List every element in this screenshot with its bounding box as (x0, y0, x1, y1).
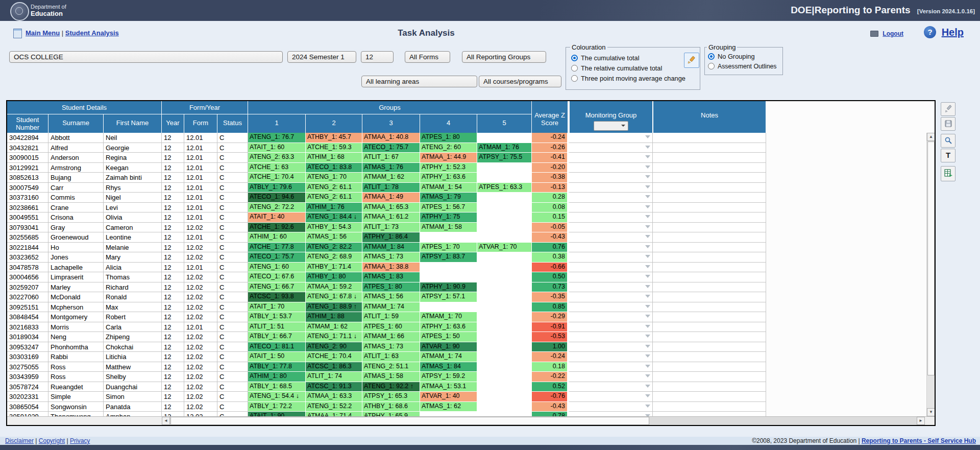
monitoring-group-select[interactable] (568, 153, 653, 163)
notes-cell[interactable] (653, 302, 766, 313)
notes-cell[interactable] (653, 212, 766, 223)
grouping-option-1[interactable]: Assessment Outlines (708, 62, 780, 71)
vertical-scrollbar[interactable]: ▲ ▼ (926, 133, 935, 416)
monitoring-group-select[interactable] (568, 282, 653, 293)
notes-cell[interactable] (653, 282, 766, 293)
main-menu-link[interactable]: Main Menu (26, 29, 60, 37)
help-link[interactable]: Help (942, 27, 964, 38)
monitoring-group-select[interactable] (568, 342, 653, 352)
notes-cell[interactable] (653, 392, 766, 402)
radio-icon[interactable] (571, 75, 578, 82)
col-header-average-z[interactable]: Average Z Score (532, 101, 568, 133)
col-header-notes[interactable]: Notes (653, 101, 766, 133)
monitoring-group-select[interactable] (568, 173, 653, 183)
disclaimer-link[interactable]: Disclaimer (5, 437, 34, 444)
colouration-option-2[interactable]: Three point moving average change (571, 74, 696, 83)
monitoring-group-select[interactable] (568, 402, 653, 412)
col-header-surname[interactable]: Surname (48, 114, 104, 133)
notes-cell[interactable] (653, 223, 766, 233)
notes-cell[interactable] (653, 372, 766, 382)
school-select[interactable]: OCS COLLEGE (9, 51, 283, 63)
scroll-up-arrow-icon[interactable]: ▲ (927, 133, 935, 141)
vertical-scroll-thumb[interactable] (927, 141, 935, 375)
notes-cell[interactable] (653, 133, 766, 143)
monitoring-group-select[interactable] (568, 332, 653, 342)
monitoring-group-select[interactable] (568, 133, 653, 143)
notes-cell[interactable] (653, 312, 766, 322)
logout-link[interactable]: Logout (883, 30, 903, 37)
privacy-link[interactable]: Privacy (70, 437, 90, 444)
monitoring-group-select[interactable] (568, 203, 653, 213)
monitoring-group-select[interactable] (568, 243, 653, 253)
monitoring-group-select[interactable] (568, 232, 653, 243)
notes-cell[interactable] (653, 173, 766, 183)
monitoring-group-filter-select[interactable] (594, 121, 628, 131)
colouration-option-0[interactable]: The cumulative total (571, 54, 696, 62)
monitoring-group-select[interactable] (568, 392, 653, 402)
radio-selected-icon[interactable] (708, 53, 715, 60)
notes-cell[interactable] (653, 263, 766, 273)
col-header-year[interactable]: Year (162, 114, 184, 133)
notes-cell[interactable] (653, 412, 766, 416)
notes-cell[interactable] (653, 143, 766, 153)
notes-cell[interactable] (653, 292, 766, 302)
col-header-group-1[interactable]: 1 (248, 114, 306, 133)
monitoring-group-select[interactable] (568, 212, 653, 223)
notes-cell[interactable] (653, 193, 766, 203)
notes-cell[interactable] (653, 382, 766, 392)
notes-cell[interactable] (653, 232, 766, 243)
notes-cell[interactable] (653, 272, 766, 282)
learning-areas-select[interactable]: All learning areas (361, 76, 477, 87)
monitoring-group-select[interactable] (568, 412, 653, 416)
col-header-group-4[interactable]: 4 (420, 114, 477, 133)
monitoring-group-select[interactable] (568, 223, 653, 233)
monitoring-group-select[interactable] (568, 292, 653, 302)
monitoring-group-select[interactable] (568, 272, 653, 282)
monitoring-group-select[interactable] (568, 252, 653, 263)
forms-select[interactable]: All Forms (405, 51, 450, 63)
notes-cell[interactable] (653, 332, 766, 342)
col-header-group-5[interactable]: 5 (477, 114, 532, 133)
col-header-first-name[interactable]: First Name (104, 114, 162, 133)
semester-select[interactable]: 2024 Semester 1 (287, 51, 356, 63)
scroll-right-arrow-icon[interactable]: ► (917, 417, 925, 425)
reporting-groups-select[interactable]: All Reporting Groups (462, 51, 546, 63)
radio-selected-icon[interactable] (571, 55, 578, 61)
notes-cell[interactable] (653, 163, 766, 173)
col-header-group-2[interactable]: 2 (306, 114, 362, 133)
courses-programs-select[interactable]: All courses/programs (479, 76, 561, 87)
monitoring-group-select[interactable] (568, 183, 653, 193)
save-button[interactable] (941, 117, 955, 131)
edit-colouration-button[interactable] (684, 53, 699, 68)
notes-cell[interactable] (653, 402, 766, 412)
monitoring-group-select[interactable] (568, 352, 653, 362)
notes-cell[interactable] (653, 362, 766, 372)
scroll-left-arrow-icon[interactable]: ◄ (162, 417, 170, 425)
notes-cell[interactable] (653, 252, 766, 263)
horizontal-scrollbar[interactable]: ◄ ► (7, 416, 935, 425)
col-header-group-3[interactable]: 3 (362, 114, 420, 133)
grouping-option-0[interactable]: No Grouping (708, 52, 780, 61)
notes-cell[interactable] (653, 322, 766, 333)
notes-cell[interactable] (653, 203, 766, 213)
text-tool-button[interactable]: T (941, 149, 955, 162)
question-circle-icon[interactable]: ? (924, 26, 936, 38)
monitoring-group-select[interactable] (568, 143, 653, 153)
monitoring-group-select[interactable] (568, 382, 653, 392)
radio-icon[interactable] (708, 63, 715, 69)
colouration-option-1[interactable]: The relative cumulative total (571, 64, 696, 73)
self-service-hub-link[interactable]: Reporting to Parents - Self Service Hub (862, 437, 976, 444)
col-header-student-number[interactable]: Student Number (7, 114, 48, 133)
monitoring-group-select[interactable] (568, 312, 653, 322)
radio-icon[interactable] (571, 65, 578, 72)
edit-button[interactable] (941, 102, 955, 116)
monitoring-group-select[interactable] (568, 372, 653, 382)
monitoring-group-select[interactable] (568, 163, 653, 173)
col-header-status[interactable]: Status (217, 114, 248, 133)
col-header-form[interactable]: Form (184, 114, 217, 133)
zoom-button[interactable] (941, 134, 955, 148)
notes-cell[interactable] (653, 342, 766, 352)
monitoring-group-select[interactable] (568, 362, 653, 372)
export-button[interactable] (941, 166, 955, 181)
student-analysis-link[interactable]: Student Analysis (65, 29, 119, 37)
